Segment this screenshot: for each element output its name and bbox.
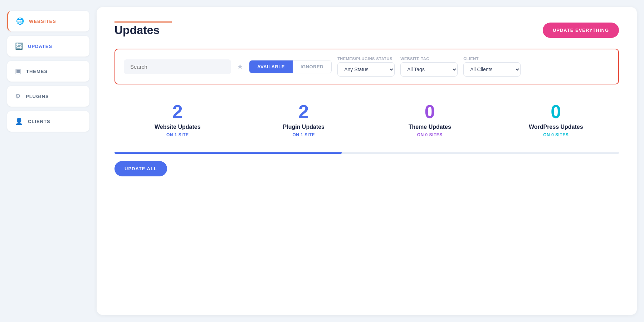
update-everything-button[interactable]: UPDATE EVERYTHING — [543, 23, 619, 38]
toggle-group: AVAILABLE IGNORED — [249, 60, 332, 73]
wordpress-updates-sub: ON 0 SITES — [497, 132, 616, 137]
sidebar-label-plugins: PLUGINS — [26, 94, 49, 99]
sidebar-label-themes: THEMES — [26, 69, 48, 74]
update-all-button[interactable]: UPDATE ALL — [114, 161, 167, 176]
plugin-updates-sub: ON 1 SITE — [244, 132, 364, 137]
sidebar-label-updates: UPDATES — [28, 44, 52, 49]
page-title: Updates — [114, 24, 160, 37]
sidebar-item-websites[interactable]: 🌐 WEBSITES — [7, 11, 89, 31]
website-tag-label: WEBSITE TAG — [400, 57, 458, 61]
sidebar-label-clients: CLIENTS — [28, 119, 50, 124]
filter-bar: ★ AVAILABLE IGNORED THEMES/PLUGINS STATU… — [114, 49, 619, 84]
wordpress-updates-stat: 0 WordPress Updates ON 0 SITES — [493, 99, 619, 141]
website-updates-number: 2 — [118, 102, 237, 121]
stats-row: 2 Website Updates ON 1 SITE 2 Plugin Upd… — [114, 99, 619, 141]
website-tag-select[interactable]: All Tags — [400, 62, 458, 77]
plugins-icon: ⚙ — [15, 92, 21, 100]
sidebar-item-plugins[interactable]: ⚙ PLUGINS — [7, 86, 89, 107]
wordpress-updates-number: 0 — [497, 102, 616, 121]
client-select[interactable]: All Clients — [463, 62, 521, 77]
progress-bar-container — [114, 152, 619, 154]
plugin-updates-stat: 2 Plugin Updates ON 1 SITE — [241, 99, 367, 141]
sidebar: 🌐 WEBSITES 🔄 UPDATES ▣ THEMES ⚙ PLUGINS … — [0, 0, 97, 322]
wordpress-updates-label: WordPress Updates — [497, 124, 616, 130]
search-input[interactable] — [124, 59, 231, 74]
progress-section: UPDATE ALL — [114, 152, 619, 176]
themes-icon: ▣ — [15, 67, 21, 75]
theme-updates-stat: 0 Theme Updates ON 0 SITES — [367, 99, 493, 141]
sidebar-item-clients[interactable]: 👤 CLIENTS — [7, 111, 89, 132]
progress-bar-fill — [114, 152, 342, 154]
theme-updates-sub: ON 0 SITES — [370, 132, 489, 137]
plugin-updates-label: Plugin Updates — [244, 124, 364, 130]
available-toggle[interactable]: AVAILABLE — [249, 60, 293, 73]
updates-icon: 🔄 — [15, 42, 23, 50]
theme-updates-label: Theme Updates — [370, 124, 489, 130]
page-header: Updates UPDATE EVERYTHING — [114, 23, 619, 38]
website-updates-stat: 2 Website Updates ON 1 SITE — [114, 99, 241, 141]
themes-plugins-select[interactable]: Any Status Available Ignored — [337, 62, 395, 77]
plugin-updates-number: 2 — [244, 102, 364, 121]
star-icon[interactable]: ★ — [237, 62, 243, 71]
themes-plugins-label: THEMES/PLUGINS STATUS — [337, 57, 395, 61]
globe-icon: 🌐 — [16, 17, 24, 25]
main-content: Updates UPDATE EVERYTHING ★ AVAILABLE IG… — [97, 7, 637, 315]
sidebar-label-websites: WEBSITES — [29, 19, 56, 24]
website-updates-sub: ON 1 SITE — [118, 132, 237, 137]
clients-icon: 👤 — [15, 117, 23, 125]
website-tag-group: WEBSITE TAG All Tags — [400, 57, 458, 77]
sidebar-item-updates[interactable]: 🔄 UPDATES — [7, 36, 89, 57]
theme-updates-number: 0 — [370, 102, 489, 121]
themes-plugins-status-group: THEMES/PLUGINS STATUS Any Status Availab… — [337, 57, 395, 77]
website-updates-label: Website Updates — [118, 124, 237, 130]
sidebar-item-themes[interactable]: ▣ THEMES — [7, 61, 89, 82]
client-label: CLIENT — [463, 57, 521, 61]
ignored-toggle[interactable]: IGNORED — [293, 60, 331, 73]
client-group: CLIENT All Clients — [463, 57, 521, 77]
